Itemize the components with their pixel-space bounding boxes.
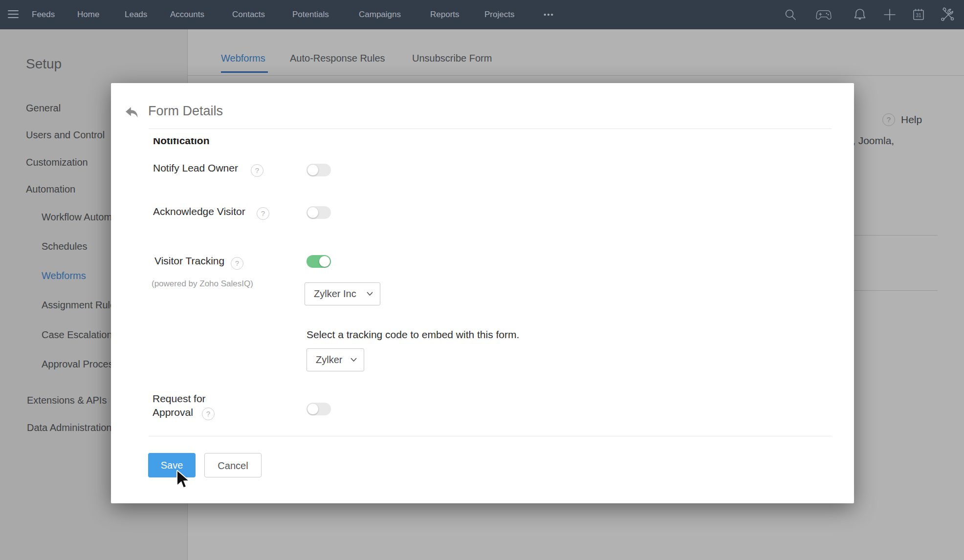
cancel-button[interactable]: Cancel: [204, 453, 262, 477]
request-approval-help-icon[interactable]: ?: [202, 408, 215, 420]
games-icon[interactable]: [816, 7, 832, 22]
tracking-code-dropdown[interactable]: Zylker: [307, 348, 364, 371]
tracking-code-value: Zylker: [316, 354, 342, 366]
visitor-tracking-label: Visitor Tracking: [154, 254, 224, 268]
nav-item-leads[interactable]: Leads: [125, 0, 147, 29]
portal-select-dropdown[interactable]: Zylker Inc: [305, 282, 380, 305]
powered-by-note: (powered by Zoho SalesIQ): [152, 279, 253, 289]
nav-item-campaigns[interactable]: Campaigns: [359, 0, 401, 29]
notify-lead-owner-label: Notify Lead Owner: [153, 161, 238, 175]
acknowledge-visitor-label: Acknowledge Visitor: [153, 205, 245, 218]
notify-lead-owner-help-icon[interactable]: ?: [251, 164, 263, 177]
notifications-bell-icon[interactable]: [852, 7, 868, 22]
nav-item-accounts[interactable]: Accounts: [170, 0, 204, 29]
setup-tools-icon[interactable]: [940, 7, 955, 22]
form-details-modal: Form Details Notification Notify Lead Ow…: [111, 83, 854, 503]
back-arrow-icon[interactable]: [125, 106, 139, 119]
modal-title: Form Details: [148, 104, 223, 119]
nav-item-projects[interactable]: Projects: [484, 0, 514, 29]
visitor-tracking-help-icon[interactable]: ?: [231, 257, 243, 270]
nav-item-feeds[interactable]: Feeds: [32, 0, 55, 29]
app-window: Feeds Home Leads Accounts Contacts Poten…: [0, 0, 964, 560]
chevron-down-icon: [351, 358, 357, 362]
nav-item-reports[interactable]: Reports: [430, 0, 460, 29]
request-approval-toggle[interactable]: [307, 403, 331, 415]
acknowledge-visitor-toggle[interactable]: [307, 206, 331, 219]
modal-footer-divider: [149, 436, 832, 436]
portal-select-value: Zylker Inc: [314, 288, 356, 300]
top-nav: Feeds Home Leads Accounts Contacts Poten…: [0, 0, 964, 29]
svg-text:31: 31: [916, 13, 921, 18]
section-heading-notification: Notification: [153, 138, 210, 151]
visitor-tracking-toggle[interactable]: [307, 255, 331, 268]
nav-item-home[interactable]: Home: [77, 0, 99, 29]
save-button[interactable]: Save: [148, 453, 196, 477]
modal-header-divider: [149, 129, 832, 129]
tracking-code-label: Select a tracking code to embed with thi…: [307, 329, 519, 341]
nav-item-contacts[interactable]: Contacts: [232, 0, 265, 29]
add-plus-icon[interactable]: [882, 7, 898, 22]
acknowledge-visitor-help-icon[interactable]: ?: [257, 207, 269, 220]
nav-more-icon[interactable]: •••: [544, 0, 554, 29]
calendar-icon[interactable]: 31: [911, 7, 926, 22]
search-icon[interactable]: [783, 7, 798, 22]
nav-item-potentials[interactable]: Potentials: [292, 0, 329, 29]
chevron-down-icon: [367, 292, 373, 296]
notify-lead-owner-toggle[interactable]: [307, 164, 331, 176]
hamburger-menu-icon[interactable]: [8, 10, 19, 19]
